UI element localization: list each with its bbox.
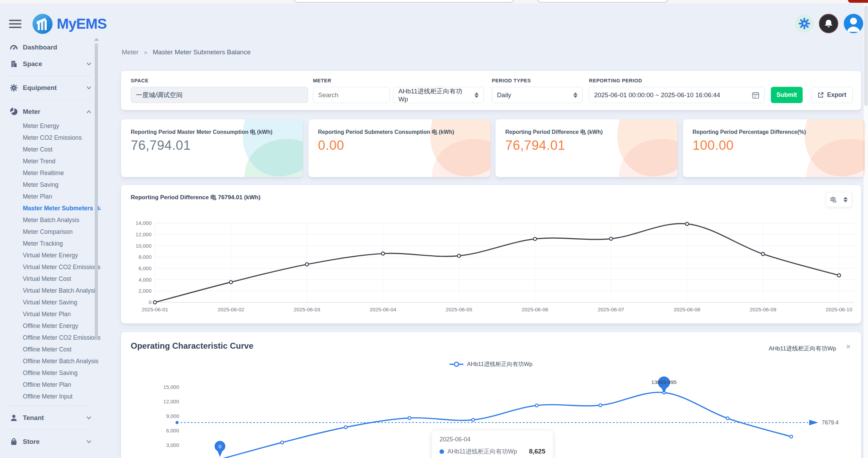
space-label: SPACE xyxy=(131,78,148,83)
chevron-down-icon xyxy=(86,415,92,421)
filter-panel: SPACE METER AHb11进线柜正向有功Wp PERIOD TYPES … xyxy=(121,71,861,110)
svg-text:14,000: 14,000 xyxy=(136,220,151,226)
sidebar-subitem-virtual-meter-batch-analysis[interactable]: Virtual Meter Batch Analysis xyxy=(0,285,100,296)
sidebar-subitem-offline-meter-plan[interactable]: Offline Meter Plan xyxy=(0,379,100,391)
sidebar-item-store[interactable]: Store xyxy=(0,433,100,450)
max-pin-marker: 13869.995 xyxy=(651,376,676,393)
svg-text:2,000: 2,000 xyxy=(138,288,151,294)
svg-text:6,000: 6,000 xyxy=(166,428,179,433)
sidebar-subitem-offline-meter-co2-emissions[interactable]: Offline Meter CO2 Emissions xyxy=(0,332,100,344)
stat-card-title: Reporting Period Difference 电 (kWh) xyxy=(496,119,662,136)
sidebar-subitem-virtual-meter-saving[interactable]: Virtual Meter Saving xyxy=(0,296,100,308)
submit-button-label: Submit xyxy=(776,91,797,99)
sidebar-subitem-meter-cost[interactable]: Meter Cost xyxy=(0,144,100,155)
sidebar-subitem-virtual-meter-plan[interactable]: Virtual Meter Plan xyxy=(0,308,100,320)
svg-text:2025-06-03: 2025-06-03 xyxy=(294,306,320,312)
reporting-period-input[interactable]: 2025-06-01 00:00:00 ~ 2025-06-10 16:06:4… xyxy=(589,87,765,103)
sidebar-subitem-offline-meter-energy[interactable]: Offline Meter Energy xyxy=(0,320,100,332)
stat-card-1: Reporting Period Submeters Consumption 电… xyxy=(308,119,490,177)
breadcrumb-parent[interactable]: Meter xyxy=(122,48,139,56)
svg-text:12,000: 12,000 xyxy=(136,231,151,237)
reporting-period-label: REPORTING PERIOD xyxy=(589,78,642,83)
user-avatar-icon[interactable] xyxy=(844,14,863,33)
sidebar-nav: DashboardSpaceEquipmentMeterMeter Energy… xyxy=(0,36,100,450)
sidebar-subitem-meter-batch-analysis[interactable]: Meter Batch Analysis xyxy=(0,214,100,226)
svg-text:3,000: 3,000 xyxy=(166,442,179,448)
sidebar-scrollbar[interactable] xyxy=(95,43,98,337)
sidebar-subitem-meter-energy[interactable]: Meter Energy xyxy=(0,120,100,132)
page-scrollbar[interactable] xyxy=(863,3,868,458)
sidebar-subitem-meter-trend[interactable]: Meter Trend xyxy=(0,155,100,167)
period-types-select[interactable]: Daily xyxy=(492,87,583,103)
chevron-down-icon xyxy=(86,85,92,91)
page-scrollbar-thumb[interactable] xyxy=(864,6,868,106)
chevron-up-icon xyxy=(86,109,92,114)
sidebar-subitem-virtual-meter-co2-emissions[interactable]: Virtual Meter CO2 Emissions xyxy=(0,261,100,273)
export-button[interactable]: Export xyxy=(811,87,853,103)
sidebar-divider xyxy=(8,100,92,100)
svg-text:0: 0 xyxy=(219,443,221,449)
bag-icon xyxy=(10,438,18,446)
difference-line-chart[interactable]: 02,0004,0006,0008,00010,00012,00014,0002… xyxy=(121,185,861,323)
sidebar-subitem-master-meter-submeters-balance[interactable]: Master Meter Submeters Balance xyxy=(0,202,100,214)
sidebar-subitem-offline-meter-saving[interactable]: Offline Meter Saving xyxy=(0,367,100,379)
sidebar-item-meter[interactable]: Meter xyxy=(0,103,100,120)
sidebar-subitem-meter-co2-emissions[interactable]: Meter CO2 Emissions xyxy=(0,132,100,144)
sidebar-subitem-meter-plan[interactable]: Meter Plan xyxy=(0,191,100,202)
sidebar-subitem-virtual-meter-cost[interactable]: Virtual Meter Cost xyxy=(0,273,100,285)
breadcrumb-separator: » xyxy=(144,48,148,56)
meter-search-input[interactable] xyxy=(313,87,390,103)
logo-icon xyxy=(32,13,53,35)
sidebar-item-label: Tenant xyxy=(23,414,44,422)
svg-text:15,000: 15,000 xyxy=(163,384,179,390)
meter-select-value: AHb11进线柜正向有功Wp xyxy=(398,87,470,103)
svg-text:2025-06-08: 2025-06-08 xyxy=(674,306,700,312)
period-types-value: Daily xyxy=(497,91,511,99)
browser-strip xyxy=(0,0,868,3)
stat-card-2: Reporting Period Difference 电 (kWh)76,79… xyxy=(496,119,677,177)
sidebar: DashboardSpaceEquipmentMeterMeter Energy… xyxy=(0,36,100,458)
svg-text:2025-06-05: 2025-06-05 xyxy=(446,306,472,312)
browser-input-fragment xyxy=(293,0,515,3)
cog-icon xyxy=(10,84,18,92)
svg-text:2025-06-07: 2025-06-07 xyxy=(598,306,624,312)
sidebar-item-dashboard[interactable]: Dashboard xyxy=(0,39,100,56)
notifications-bell-icon[interactable] xyxy=(819,14,838,33)
sidebar-subitem-meter-saving[interactable]: Meter Saving xyxy=(0,179,100,191)
space-input[interactable] xyxy=(131,87,308,103)
sidebar-subitem-offline-meter-cost[interactable]: Offline Meter Cost xyxy=(0,344,100,355)
meter-select[interactable]: AHb11进线柜正向有功Wp xyxy=(393,87,484,103)
sidebar-subitem-meter-tracking[interactable]: Meter Tracking xyxy=(0,238,100,249)
sidebar-subitem-offline-meter-input[interactable]: Offline Meter Input xyxy=(0,391,100,402)
sidebar-item-label: Space xyxy=(23,60,42,68)
tooltip-value: 8,625 xyxy=(529,448,545,455)
settings-gear-icon[interactable] xyxy=(795,15,813,33)
submit-button[interactable]: Submit xyxy=(771,87,803,103)
svg-text:2025-06-04: 2025-06-04 xyxy=(370,306,396,312)
sidebar-item-equipment[interactable]: Equipment xyxy=(0,80,100,96)
select-arrows-icon xyxy=(474,92,479,98)
stat-card-title: Reporting Period Percentage Difference(%… xyxy=(683,119,849,136)
stat-card-3: Reporting Period Percentage Difference(%… xyxy=(683,119,865,177)
stat-card-title: Reporting Period Submeters Consumption 电… xyxy=(308,119,474,136)
sidebar-subitem-virtual-meter-energy[interactable]: Virtual Meter Energy xyxy=(0,249,100,261)
sidebar-subitem-offline-meter-batch-analysis[interactable]: Offline Meter Batch Analysis xyxy=(0,355,100,367)
breadcrumb: Meter » Master Meter Submeters Balance xyxy=(122,48,251,56)
brand-logo[interactable]: MyEMS xyxy=(32,13,107,35)
sidebar-item-space[interactable]: Space xyxy=(0,56,100,72)
svg-text:0: 0 xyxy=(149,299,151,305)
hamburger-menu-icon[interactable] xyxy=(9,20,21,29)
operating-curve-card: Operating Characteristic Curve AHb11进线柜正… xyxy=(121,332,861,458)
sidebar-scroll-up-icon[interactable] xyxy=(94,38,99,41)
svg-text:8,000: 8,000 xyxy=(138,254,151,260)
sidebar-item-tenant[interactable]: Tenant xyxy=(0,410,100,426)
sidebar-subitem-meter-realtime[interactable]: Meter Realtime xyxy=(0,167,100,179)
sidebar-subitem-meter-comparison[interactable]: Meter Comparison xyxy=(0,226,100,238)
sidebar-item-label: Equipment xyxy=(23,84,57,92)
brand-name: MyEMS xyxy=(57,16,107,32)
difference-chart-card: Reporting Period Difference 电 76794.01 (… xyxy=(121,185,861,323)
period-types-label: PERIOD TYPES xyxy=(492,78,531,83)
svg-text:2025-06-10: 2025-06-10 xyxy=(826,306,852,312)
browser-button-fragment[interactable] xyxy=(848,0,868,3)
sidebar-divider xyxy=(8,406,92,406)
